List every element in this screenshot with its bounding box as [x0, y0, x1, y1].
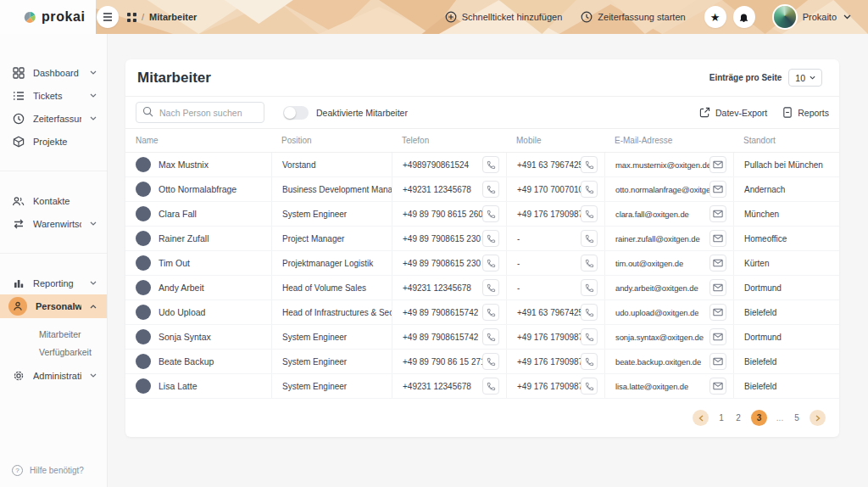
start-time-tracking-button[interactable]: Zeiterfassung starten	[581, 11, 685, 23]
call-telefon-button[interactable]	[482, 181, 499, 198]
sidebar: prokai Dashboard Tickets	[0, 0, 108, 487]
sidebar-subitem-verfuegbarkeit[interactable]: Verfügbarkeit	[0, 343, 107, 361]
sidebar-item-tickets[interactable]: Tickets	[0, 84, 107, 107]
send-email-button[interactable]	[709, 156, 726, 173]
table-row[interactable]: Tim Out Projektmanager Logistik +49 89 7…	[125, 251, 839, 276]
employee-avatar	[136, 305, 151, 320]
deactivated-toggle-label: Deaktivierte Mitarbeiter	[316, 108, 408, 118]
employee-telefon: +49231 12345678	[403, 185, 471, 194]
sidebar-item-reporting[interactable]: Reporting	[0, 271, 107, 294]
call-telefon-button[interactable]	[482, 353, 499, 370]
call-mobile-button[interactable]	[581, 255, 598, 271]
send-email-button[interactable]	[709, 205, 726, 222]
call-mobile-button[interactable]	[581, 304, 598, 321]
search-input[interactable]	[136, 102, 264, 123]
help-link[interactable]: ? Hilfe benötigt?	[12, 465, 84, 476]
sidebar-item-dashboard[interactable]: Dashboard	[0, 61, 107, 84]
pagination-prev-button[interactable]	[693, 410, 709, 426]
sidebar-item-zeiterfassung[interactable]: Zeiterfassung	[0, 107, 107, 130]
sidebar-subitem-mitarbeiter[interactable]: Mitarbeiter	[0, 325, 107, 343]
pagination-page-3-active[interactable]: 3	[751, 410, 767, 426]
call-mobile-button[interactable]	[581, 181, 598, 198]
bar-chart-icon	[12, 277, 25, 289]
table-row[interactable]: Beate Backup System Engineer +49 89 790 …	[125, 350, 839, 374]
favorites-button[interactable]: ★	[704, 6, 726, 28]
quick-ticket-button[interactable]: Schnellticket hinzufügen	[445, 11, 563, 23]
call-mobile-button[interactable]	[581, 156, 598, 173]
employee-name-cell: Andy Arbeit	[125, 276, 271, 299]
employee-avatar	[136, 231, 151, 246]
call-mobile-button[interactable]	[581, 230, 598, 247]
time-tracking-label: Zeiterfassung starten	[598, 12, 685, 22]
brand-logo[interactable]: prokai	[0, 0, 107, 34]
sidebar-item-personalwesen[interactable]: Personalwesen	[0, 294, 107, 318]
sidebar-item-label: Personalwesen	[36, 301, 81, 311]
call-mobile-button[interactable]	[581, 205, 598, 222]
chevron-down-icon	[90, 116, 97, 120]
employee-telefon-cell: +49 89 7908615742	[392, 300, 506, 324]
employee-telefon-cell: +49 89 7908615 230	[392, 251, 506, 275]
column-header-position: Position	[271, 129, 392, 152]
pagination-page-5[interactable]: 5	[793, 413, 801, 423]
employee-standort: Dortmund	[733, 276, 839, 299]
sidebar-item-warenwirtschaft[interactable]: Warenwirtschaft	[0, 212, 107, 235]
employee-standort: Bielefeld	[733, 374, 839, 398]
table-row[interactable]: Max Mustnix Vorstand +4989790861524 +491…	[125, 153, 839, 177]
breadcrumb-grid-icon[interactable]	[127, 13, 136, 22]
send-email-button[interactable]	[709, 230, 726, 247]
send-email-button[interactable]	[709, 255, 726, 271]
send-email-button[interactable]	[709, 181, 726, 198]
send-email-button[interactable]	[709, 378, 726, 395]
table-row[interactable]: Otto Normalabfrage Business Development …	[125, 177, 839, 202]
entries-per-page-select[interactable]: 10	[788, 69, 822, 87]
menu-toggle-button[interactable]	[97, 6, 119, 28]
call-telefon-button[interactable]	[482, 156, 499, 173]
call-telefon-button[interactable]	[482, 304, 499, 321]
sidebar-item-administration[interactable]: Administration	[0, 364, 107, 387]
table-row[interactable]: Lisa Latte System Engineer +49231 123456…	[125, 374, 839, 399]
send-email-button[interactable]	[709, 328, 726, 345]
employee-mobile: +49 176 17909872	[517, 210, 581, 219]
employee-name-cell: Max Mustnix	[125, 153, 271, 176]
table-row[interactable]: Sonja Syntax System Engineer +49 89 7908…	[125, 325, 839, 350]
table-row[interactable]: Rainer Zufall Project Manager +49 89 790…	[125, 227, 839, 251]
pagination-page-1[interactable]: 1	[717, 413, 726, 423]
pagination-ellipsis: ...	[776, 413, 784, 423]
deactivated-toggle[interactable]	[283, 106, 309, 120]
topbar: / Mitarbeiter Schnellticket hinzufügen Z…	[96, 0, 868, 34]
employee-email-cell: rainer.zufall@oxitgen.de	[604, 227, 733, 250]
send-email-button[interactable]	[709, 353, 726, 370]
call-mobile-button[interactable]	[581, 279, 598, 296]
call-mobile-button[interactable]	[581, 353, 598, 370]
call-telefon-button[interactable]	[482, 279, 499, 296]
employee-name-cell: Rainer Zufall	[125, 227, 271, 250]
reports-button[interactable]: Reports	[782, 107, 829, 118]
sidebar-item-kontakte[interactable]: Kontakte	[0, 189, 107, 212]
user-menu[interactable]: Prokaito	[774, 6, 851, 28]
call-telefon-button[interactable]	[482, 378, 499, 395]
employee-mobile-cell: -	[506, 227, 604, 250]
person-icon	[8, 297, 27, 316]
datev-export-button[interactable]: Datev-Export	[699, 107, 767, 118]
table-row[interactable]: Udo Upload Head of Infrastructures & Sec…	[125, 300, 839, 325]
call-mobile-button[interactable]	[581, 378, 598, 395]
table-row[interactable]: Andy Arbeit Head of Volume Sales +49231 …	[125, 276, 839, 300]
call-mobile-button[interactable]	[581, 328, 598, 345]
call-telefon-button[interactable]	[482, 230, 499, 247]
table-row[interactable]: Clara Fall System Engineer +49 89 790 86…	[125, 202, 839, 227]
employee-email-cell: andy.arbeit@oxitgen.de	[604, 276, 733, 299]
notifications-button[interactable]	[733, 6, 755, 28]
phone-icon	[585, 210, 594, 219]
sidebar-divider	[0, 171, 107, 171]
pagination-next-button[interactable]	[810, 410, 826, 426]
sidebar-item-projekte[interactable]: Projekte	[0, 130, 107, 153]
phone-icon	[487, 382, 496, 391]
send-email-button[interactable]	[709, 279, 726, 296]
call-telefon-button[interactable]	[482, 328, 499, 345]
send-email-button[interactable]	[709, 304, 726, 321]
employee-telefon: +49 89 7908615 230	[403, 259, 481, 268]
call-telefon-button[interactable]	[482, 205, 499, 222]
chevron-up-icon	[90, 305, 97, 309]
call-telefon-button[interactable]	[482, 255, 499, 271]
pagination-page-2[interactable]: 2	[734, 413, 743, 423]
